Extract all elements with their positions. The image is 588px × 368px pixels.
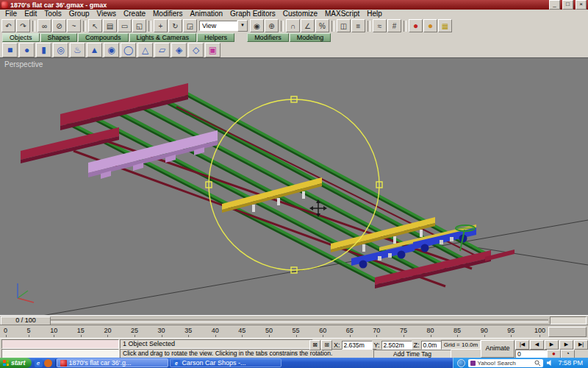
menu-item[interactable]: Edit [21,10,40,18]
volume-icon[interactable] [546,359,553,367]
toolbar-icon[interactable] [32,21,35,32]
toolbar-icon[interactable]: ↷ [16,19,30,32]
toolbar-icon[interactable]: ◲ [183,19,197,32]
toolbar-icon[interactable]: ◱ [132,19,146,32]
transport-button[interactable]: ▶ [559,340,573,350]
viewport-canvas[interactable] [0,58,588,315]
quick-launch-ie-icon[interactable]: e [35,359,43,367]
toolbar-icon[interactable]: ~ [67,19,81,32]
menu-item[interactable]: Group [65,10,93,18]
track-bar-end-cap[interactable] [548,327,587,337]
viewport-perspective[interactable]: Perspective [0,57,588,315]
primitive-icon[interactable]: ● [19,43,35,57]
toolbar-icon[interactable] [281,21,284,32]
start-button[interactable]: start [0,358,32,368]
track-bar-tick: 10 [50,327,57,334]
menu-item[interactable]: Graph Editors [226,10,279,18]
menu-item[interactable]: Views [93,10,121,18]
toolbar-icon[interactable] [368,21,370,32]
stringers[interactable] [66,90,489,286]
primitive-icon[interactable]: ■ [2,43,18,57]
quick-launch-icon[interactable] [44,359,52,367]
maximize-button[interactable]: □ [562,0,573,10]
menu-item[interactable]: MAXScript [321,10,363,18]
transport-button[interactable]: |◀ [515,340,529,350]
task-button[interactable]: e Carson Car Shops -... [170,358,282,367]
search-text[interactable]: Yahoo! Search [477,360,533,367]
track-bar[interactable]: 0510152025303540455055606570758085909510… [0,325,588,338]
tab[interactable]: Modifiers [247,33,289,42]
tab[interactable]: Objects [2,33,40,42]
primitive-icon[interactable]: ▮ [36,43,51,57]
tab[interactable]: Shapes [40,33,78,42]
menu-item[interactable]: Modifiers [149,10,187,18]
absolute-offset-icon[interactable]: ⊞ [321,340,332,350]
transport-button[interactable]: ◀ [530,340,544,350]
chevron-down-icon[interactable]: ▼ [237,20,248,32]
menu-item[interactable]: Help [363,10,386,18]
time-slider[interactable]: 0 / 100 [0,315,588,325]
task-button[interactable]: 1870's flat car 36'.g... [57,358,168,367]
primitive-icon[interactable]: ▣ [205,43,220,57]
flat-car-model[interactable] [21,83,514,289]
tab[interactable]: Lights & Cameras [129,33,197,42]
toolbar-icon[interactable]: ◫ [337,19,351,32]
time-slider-groove[interactable] [1,319,548,322]
reference-coordinate-dropdown[interactable]: View ▼ [199,20,248,32]
toolbar-icon[interactable]: ≡ [351,19,365,32]
toolbar-icon[interactable] [331,21,334,32]
toolbar-icon[interactable]: ▦ [438,19,452,32]
toolbar-icon[interactable]: ↻ [168,19,182,32]
toolbar-icon[interactable]: ⊕ [265,19,279,32]
menu-item[interactable]: File [1,10,21,18]
toolbar-icon[interactable]: ⊘ [52,19,66,32]
toolbar-icon[interactable]: ↶ [1,19,15,32]
close-button[interactable]: × [576,0,587,10]
primitive-icon[interactable]: △ [137,43,153,57]
primitive-icon[interactable]: ◎ [53,43,68,57]
toolbar-icon[interactable]: ∩ [286,19,300,32]
toolbar-icon[interactable] [83,21,86,32]
toolbar-icon[interactable]: ◉ [250,19,264,32]
primitive-icon[interactable]: ◇ [188,43,204,57]
animate-button[interactable]: Animate [481,340,514,358]
maxscript-mini-listener-macro[interactable] [1,339,119,349]
primitive-icon[interactable]: ◈ [171,43,187,57]
tab[interactable]: Helpers [197,33,234,42]
primitive-icon[interactable]: ▱ [154,43,170,57]
toolbar-icon[interactable]: ● [409,19,423,32]
selection-lock-icon[interactable]: ⊠ [309,340,320,350]
y-coordinate-field[interactable]: 2.502m [381,341,412,350]
toolbar-icon[interactable]: ▤ [103,19,117,32]
primitive-icon[interactable]: ◯ [121,43,136,57]
menu-item[interactable]: Create [120,10,149,18]
toolbar-icon[interactable]: ▭ [118,19,132,32]
toolbar-icon[interactable]: # [387,19,401,32]
toolbar-icon[interactable]: ∞ [37,19,51,32]
menu-item[interactable]: Customize [279,10,321,18]
transport-button[interactable]: ▶| [574,340,588,350]
primitive-icon[interactable]: ♨ [70,43,85,57]
toolbar-icon[interactable]: % [315,19,329,32]
toolbar-icon[interactable] [404,21,406,32]
coordinate-system-value[interactable]: View [199,21,237,31]
title-bar[interactable]: 1870's flat car 36'.gmax - gmax _ □ × [0,0,588,10]
primitive-icon[interactable]: ▲ [87,43,102,57]
toolbar-icon[interactable]: + [154,19,168,32]
toolbar-icon[interactable] [148,21,151,32]
transport-button[interactable]: ▶ [545,340,559,350]
minimize-button[interactable]: _ [549,0,560,10]
toolbar-icon[interactable]: ↖ [88,19,102,32]
hp-tray-icon[interactable] [457,359,465,367]
menu-item[interactable]: Tools [40,10,65,18]
viewport-label[interactable]: Perspective [4,60,43,68]
toolbar-icon[interactable]: ≈ [373,19,387,32]
x-coordinate-field[interactable]: 2.635m [342,341,373,350]
toolbar-icon[interactable]: ∠ [301,19,315,32]
toolbar-icon[interactable]: ● [423,19,437,32]
tab[interactable]: Modeling [290,33,331,42]
menu-item[interactable]: Animation [187,10,226,18]
tab[interactable]: Compounds [78,33,129,42]
primitive-icon[interactable]: ◉ [104,43,119,57]
yahoo-search-box[interactable]: Yahoo! Search [468,359,543,367]
